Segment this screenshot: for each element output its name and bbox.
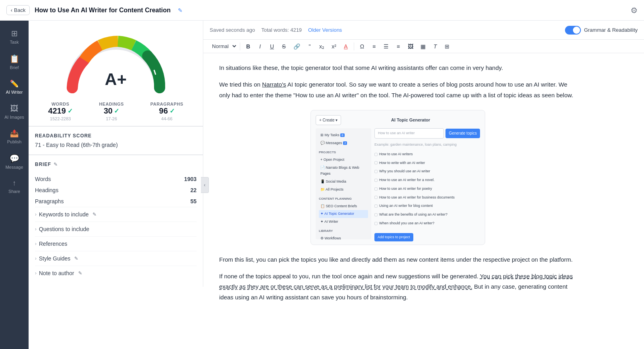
screenshot-title: AI Topic Generator xyxy=(341,116,480,124)
subscript-button[interactable]: x₂ xyxy=(316,42,328,51)
toolbar-divider-1 xyxy=(240,42,240,50)
brief-headings-value: 22 xyxy=(190,187,197,193)
edit-title-icon[interactable]: ✎ xyxy=(178,7,183,13)
sidebar-item-publish[interactable]: 📤 Publish xyxy=(0,124,29,149)
brief-headings-label: Headings xyxy=(35,187,58,193)
stats-row: WORDS 4219 ✓ 1522-2283 HEADINGS 30 ✓ 17-… xyxy=(29,97,203,126)
screenshot-left-nav: ⊞ My Tasks 8 💬 Messages 2 PROJECTS + Ope… xyxy=(316,128,371,239)
sidebar-item-task-label: Task xyxy=(10,40,19,44)
style-guides-label: Style Guides xyxy=(39,255,70,262)
back-label: Back xyxy=(14,7,25,13)
headings-value: 30 ✓ xyxy=(99,106,124,116)
collapsible-style-guides[interactable]: › Style Guides ✎ xyxy=(35,251,197,266)
paragraph-4: If none of the topics appeal to you, run… xyxy=(219,271,577,303)
back-chevron: ‹ xyxy=(11,7,12,13)
ss-option-3: Why you should use an AI writer xyxy=(374,168,480,175)
style-select[interactable]: Normal xyxy=(208,41,237,51)
narrato-link[interactable]: Narrato's xyxy=(262,81,286,88)
sidebar-item-ai-images[interactable]: 🖼 AI Images xyxy=(0,99,29,124)
unordered-list-button[interactable]: ☰ xyxy=(380,42,392,51)
sidebar-item-task[interactable]: ⊞ Task xyxy=(0,24,29,49)
sidebar-item-brief-label: Brief xyxy=(10,65,19,70)
collapse-handle[interactable]: ‹ xyxy=(201,177,209,193)
superscript-button[interactable]: x² xyxy=(328,42,339,51)
strikethrough-button[interactable]: S xyxy=(278,42,289,51)
sidebar-item-share[interactable]: ↑ Share xyxy=(0,174,29,199)
sidebar-item-brief[interactable]: 📋 Brief xyxy=(0,49,29,75)
saved-text: Saved seconds ago xyxy=(210,27,255,33)
brief-words-label: Words xyxy=(35,176,51,182)
words-label: WORDS xyxy=(48,102,73,106)
quote-button[interactable]: " xyxy=(304,42,315,51)
editor-content[interactable]: In situations like these, the topic gene… xyxy=(203,53,644,349)
ss-messages: 💬 Messages 2 xyxy=(319,139,368,147)
ss-option-1: How to use AI writers xyxy=(374,151,480,158)
sidebar-item-message[interactable]: 💬 Message xyxy=(0,149,29,174)
keywords-edit-icon[interactable]: ✎ xyxy=(93,212,96,217)
table-button[interactable]: ▦ xyxy=(417,42,429,51)
paragraphs-value: 96 ✓ xyxy=(150,106,183,116)
sidebar-item-ai-writer[interactable]: ✏️ AI Writer xyxy=(0,75,29,99)
brief-edit-icon[interactable]: ✎ xyxy=(54,162,58,167)
brief-section: BRIEF ✎ Words 1903 Headings 22 Paragraph… xyxy=(29,155,203,287)
ss-option-5: How to use an AI writer for poetry xyxy=(374,186,480,192)
keywords-arrow: › xyxy=(35,212,37,217)
ss-content-planning: CONTENT PLANNING xyxy=(319,196,368,202)
brief-words-value: 1903 xyxy=(184,176,197,182)
ss-option-7: Using an AI writer for blog content xyxy=(374,203,480,209)
ss-seo-content: 📋 SEO Content Briefs xyxy=(319,202,368,210)
ss-library-title: LIBRARY xyxy=(319,228,368,234)
note-label: Note to author xyxy=(39,270,74,276)
headings-label: HEADINGS xyxy=(99,102,124,106)
older-versions-link[interactable]: Older Versions xyxy=(308,27,342,33)
stat-paragraphs: PARAGRAPHS 96 ✓ 44-66 xyxy=(150,102,183,121)
questions-label: Questions to include xyxy=(39,226,89,232)
font-color-button[interactable]: A xyxy=(340,42,351,51)
screenshot-layout: ⊞ My Tasks 8 💬 Messages 2 PROJECTS + Ope… xyxy=(316,128,480,239)
editor-meta: Saved seconds ago Total words: 4219 Olde… xyxy=(210,27,559,33)
note-edit-icon[interactable]: ✎ xyxy=(78,270,82,276)
collapsible-questions[interactable]: › Questions to include xyxy=(35,222,197,236)
ss-workflows: ⚙ Workflows xyxy=(319,235,368,240)
back-button[interactable]: ‹ Back xyxy=(6,5,30,15)
collapsible-note-to-author[interactable]: › Note to author ✎ xyxy=(35,266,197,280)
clear-format-button[interactable]: T xyxy=(430,42,441,51)
editor-area: Saved seconds ago Total words: 4219 Olde… xyxy=(203,21,644,349)
grammar-toggle[interactable] xyxy=(565,26,581,35)
collapsible-keywords[interactable]: › Keywords to include ✎ xyxy=(35,207,197,222)
toolbar: Normal B I U S 🔗 " x₂ x² A Ω ≡ ☰ ≡ 🖼 ▦ T… xyxy=(203,40,644,53)
ss-generate-btn: Generate topics xyxy=(445,129,480,138)
sidebar-item-ai-images-label: AI Images xyxy=(4,115,24,120)
page-title: How to Use An AI Writer for Content Crea… xyxy=(35,7,171,14)
italic-button[interactable]: I xyxy=(255,42,266,51)
embed-button[interactable]: ⊞ xyxy=(442,42,453,51)
readability-score-text: 71 - Easy to Read (6th-7th grade) xyxy=(35,142,197,148)
link-button[interactable]: 🔗 xyxy=(290,42,303,51)
message-icon: 💬 xyxy=(10,154,19,163)
brief-row-headings: Headings 22 xyxy=(35,185,197,196)
ss-input: How to use an AI writer xyxy=(374,128,444,139)
image-button[interactable]: 🖼 xyxy=(405,42,416,51)
paragraph-2: We tried this on Narrato's AI topic gene… xyxy=(219,79,577,100)
words-range: 1522-2283 xyxy=(48,116,73,121)
underline-button[interactable]: U xyxy=(266,42,278,51)
special-chars-button[interactable]: Ω xyxy=(357,42,368,51)
stat-words: WORDS 4219 ✓ 1522-2283 xyxy=(48,102,73,121)
align-button[interactable]: ≡ xyxy=(393,42,404,51)
screenshot-right: How to use an AI writer Generate topics … xyxy=(374,128,480,239)
collapsible-references[interactable]: › References xyxy=(35,236,197,251)
headings-range: 17-26 xyxy=(99,116,124,121)
ordered-list-button[interactable]: ≡ xyxy=(368,42,380,51)
main-layout: ⊞ Task 📋 Brief ✏️ AI Writer 🖼 AI Images … xyxy=(0,21,644,349)
ss-social-media: 📱 Social Media xyxy=(319,178,368,186)
score-panel-wrapper: A+ WORDS 4219 ✓ 1522-2283 HEADINGS 30 ✓ xyxy=(29,21,203,349)
p4-part1: If none of the topics appeal to you, run… xyxy=(219,273,480,280)
style-guides-edit-icon[interactable]: ✎ xyxy=(74,256,78,261)
references-arrow: › xyxy=(35,241,37,247)
score-panel: A+ WORDS 4219 ✓ 1522-2283 HEADINGS 30 ✓ xyxy=(29,21,203,287)
brief-paragraphs-label: Paragraphs xyxy=(35,198,64,204)
references-label: References xyxy=(39,241,67,247)
brief-row-paragraphs: Paragraphs 55 xyxy=(35,196,197,207)
bold-button[interactable]: B xyxy=(243,42,254,51)
settings-button[interactable]: ⚙ xyxy=(631,6,638,15)
